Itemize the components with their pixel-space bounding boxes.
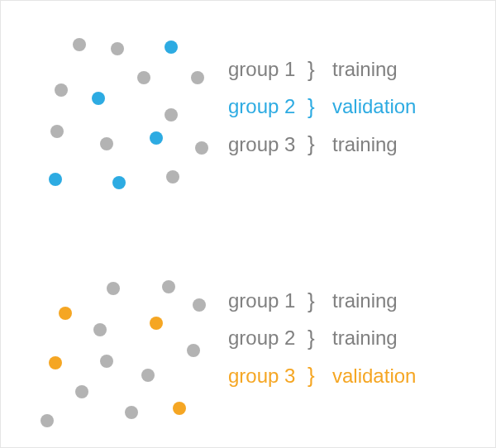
data-point bbox=[166, 170, 179, 183]
panel-fold-blue: group 1 } training group 2 } validation … bbox=[1, 1, 496, 216]
data-point bbox=[92, 92, 105, 105]
purpose-label: training bbox=[332, 326, 398, 350]
data-point bbox=[100, 355, 113, 368]
bracket-icon: } bbox=[308, 94, 332, 120]
data-point bbox=[173, 402, 186, 415]
bracket-icon: } bbox=[308, 363, 332, 388]
data-point bbox=[75, 385, 88, 398]
legend-top: group 1 } training group 2 } validation … bbox=[228, 57, 416, 158]
data-point bbox=[193, 298, 206, 312]
data-point bbox=[162, 280, 175, 293]
bracket-icon: } bbox=[308, 326, 332, 351]
bracket-icon: } bbox=[308, 131, 332, 157]
scatter-bottom bbox=[1, 232, 232, 447]
data-point bbox=[100, 137, 113, 150]
group-label: group 1 bbox=[228, 58, 308, 82]
data-point bbox=[125, 406, 138, 419]
panel-fold-orange: group 1 } training group 2 } training gr… bbox=[1, 232, 496, 447]
data-point bbox=[73, 38, 86, 51]
data-point bbox=[165, 108, 178, 122]
data-point bbox=[165, 41, 178, 54]
data-point bbox=[150, 317, 163, 330]
purpose-label: validation bbox=[332, 95, 416, 119]
data-point bbox=[141, 369, 155, 382]
purpose-label: training bbox=[332, 289, 398, 313]
group-label: group 3 bbox=[228, 133, 308, 157]
data-point bbox=[150, 131, 163, 145]
data-point bbox=[49, 173, 62, 186]
group-label: group 1 bbox=[228, 289, 308, 313]
purpose-label: training bbox=[332, 133, 398, 157]
purpose-label: validation bbox=[332, 365, 416, 388]
data-point bbox=[112, 176, 126, 189]
legend-row-group-1: group 1 } training bbox=[228, 57, 416, 83]
group-label: group 3 bbox=[228, 365, 308, 388]
legend-row-group-2: group 2 } validation bbox=[228, 94, 416, 120]
purpose-label: training bbox=[332, 58, 398, 82]
data-point bbox=[137, 71, 150, 84]
scatter-top bbox=[1, 1, 232, 216]
legend-row-group-3: group 3 } validation bbox=[228, 363, 416, 388]
legend-row-group-1: group 1 } training bbox=[228, 288, 416, 314]
group-label: group 2 bbox=[228, 326, 308, 350]
data-point bbox=[107, 282, 120, 295]
bracket-icon: } bbox=[308, 57, 332, 83]
bracket-icon: } bbox=[308, 288, 332, 314]
data-point bbox=[50, 125, 64, 138]
data-point bbox=[41, 414, 54, 427]
data-point bbox=[49, 356, 62, 369]
data-point bbox=[187, 344, 200, 357]
data-point bbox=[59, 307, 72, 320]
data-point bbox=[111, 42, 124, 55]
data-point bbox=[195, 141, 208, 155]
legend-bottom: group 1 } training group 2 } training gr… bbox=[228, 288, 416, 389]
group-label: group 2 bbox=[228, 95, 308, 119]
data-point bbox=[55, 83, 68, 97]
legend-row-group-2: group 2 } training bbox=[228, 326, 416, 351]
legend-row-group-3: group 3 } training bbox=[228, 131, 416, 157]
data-point bbox=[93, 323, 107, 336]
data-point bbox=[191, 71, 204, 84]
